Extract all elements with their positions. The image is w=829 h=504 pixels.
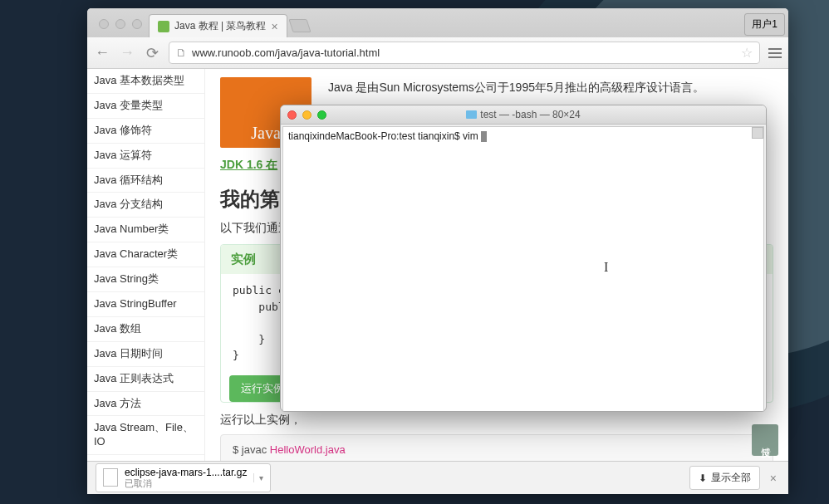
new-tab-button[interactable] bbox=[288, 19, 311, 32]
terminal-prompt: tianqixindeMacBook-Pro:test tianqixin$ v… bbox=[288, 130, 481, 142]
download-filename: eclipse-java-mars-1....tar.gz bbox=[125, 467, 247, 478]
chevron-down-icon[interactable]: ▾ bbox=[253, 473, 263, 482]
browser-tab[interactable]: Java 教程 | 菜鸟教程 × bbox=[149, 14, 287, 37]
forward-button[interactable]: → bbox=[119, 45, 135, 61]
sidebar-item[interactable]: Java 分支结构 bbox=[87, 193, 204, 218]
show-all-downloads-button[interactable]: ⬇ 显示全部 bbox=[689, 466, 760, 490]
sidebar-item[interactable]: Java 修饰符 bbox=[87, 119, 204, 144]
terminal-output-box: $ javac HelloWorld.java bbox=[220, 434, 773, 462]
sidebar-item[interactable]: Java 变量类型 bbox=[87, 94, 204, 119]
sidebar-item[interactable]: Java 日期时间 bbox=[87, 342, 204, 367]
cmd-filename: HelloWorld.java bbox=[270, 443, 346, 456]
downloads-bar: eclipse-java-mars-1....tar.gz 已取消 ▾ ⬇ 显示… bbox=[87, 461, 788, 494]
sidebar-nav: Java 基本数据类型 Java 变量类型 Java 修饰符 Java 运算符 … bbox=[87, 69, 205, 461]
tab-strip: Java 教程 | 菜鸟教程 × 用户1 bbox=[87, 8, 788, 37]
terminal-traffic-lights[interactable] bbox=[287, 110, 326, 120]
terminal-body[interactable]: tianqixindeMacBook-Pro:test tianqixin$ v… bbox=[282, 126, 764, 412]
sidebar-item[interactable]: Java 正则表达式 bbox=[87, 367, 204, 392]
text-cursor-icon: I bbox=[604, 260, 608, 275]
close-icon[interactable] bbox=[287, 110, 297, 120]
tab-close-icon[interactable]: × bbox=[271, 20, 277, 33]
sidebar-item[interactable]: Java 基本数据类型 bbox=[87, 69, 204, 94]
file-icon bbox=[103, 468, 118, 487]
sidebar-item[interactable]: Java Stream、File、IO bbox=[87, 416, 204, 455]
menu-button[interactable] bbox=[768, 48, 782, 58]
sidebar-item[interactable]: Java Number类 bbox=[87, 218, 204, 242]
sidebar-item[interactable]: Java String类 bbox=[87, 267, 204, 292]
sidebar-item[interactable]: Java Character类 bbox=[87, 242, 204, 267]
feedback-button[interactable]: 反馈 bbox=[752, 424, 778, 456]
sidebar-item[interactable]: Java 方法 bbox=[87, 392, 204, 417]
favicon-icon bbox=[158, 21, 169, 32]
cmd-prompt: $ javac bbox=[233, 443, 270, 456]
page-icon: 🗋 bbox=[176, 46, 187, 59]
sidebar-item[interactable]: Java 数组 bbox=[87, 317, 204, 342]
bookmark-star-icon[interactable]: ☆ bbox=[741, 45, 753, 61]
tab-title: Java 教程 | 菜鸟教程 bbox=[174, 19, 266, 33]
window-traffic-lights[interactable] bbox=[92, 19, 149, 37]
reload-button[interactable]: ⟳ bbox=[144, 45, 160, 61]
maximize-icon[interactable] bbox=[132, 19, 142, 29]
sidebar-item[interactable]: Java StringBuffer bbox=[87, 292, 204, 317]
download-arrow-icon: ⬇ bbox=[699, 472, 707, 484]
download-item[interactable]: eclipse-java-mars-1....tar.gz 已取消 ▾ bbox=[96, 463, 271, 493]
terminal-cursor bbox=[481, 131, 487, 142]
result-text: 运行以上实例， bbox=[220, 413, 773, 428]
terminal-title: test — -bash — 80×24 bbox=[281, 109, 766, 120]
back-button[interactable]: ← bbox=[94, 45, 110, 61]
minimize-icon[interactable] bbox=[302, 110, 311, 120]
close-icon[interactable] bbox=[99, 19, 109, 29]
terminal-window: test — -bash — 80×24 tianqixindeMacBook-… bbox=[280, 105, 767, 412]
sidebar-item[interactable]: Java 异常处理 bbox=[87, 455, 204, 461]
terminal-titlebar[interactable]: test — -bash — 80×24 bbox=[281, 105, 766, 125]
sidebar-item[interactable]: Java 循环结构 bbox=[87, 169, 204, 193]
sidebar-item[interactable]: Java 运算符 bbox=[87, 144, 204, 169]
url-text: www.runoob.com/java/java-tutorial.html bbox=[192, 46, 380, 59]
user-profile-button[interactable]: 用户1 bbox=[744, 13, 785, 36]
maximize-icon[interactable] bbox=[317, 110, 326, 120]
scrollbar-corner[interactable] bbox=[752, 127, 763, 139]
browser-toolbar: ← → ⟳ 🗋 www.runoob.com/java/java-tutoria… bbox=[87, 37, 788, 69]
address-bar[interactable]: 🗋 www.runoob.com/java/java-tutorial.html… bbox=[169, 42, 760, 64]
download-status: 已取消 bbox=[125, 478, 247, 489]
minimize-icon[interactable] bbox=[115, 19, 125, 29]
folder-icon bbox=[466, 110, 477, 119]
close-downloads-bar-button[interactable]: × bbox=[767, 472, 780, 485]
